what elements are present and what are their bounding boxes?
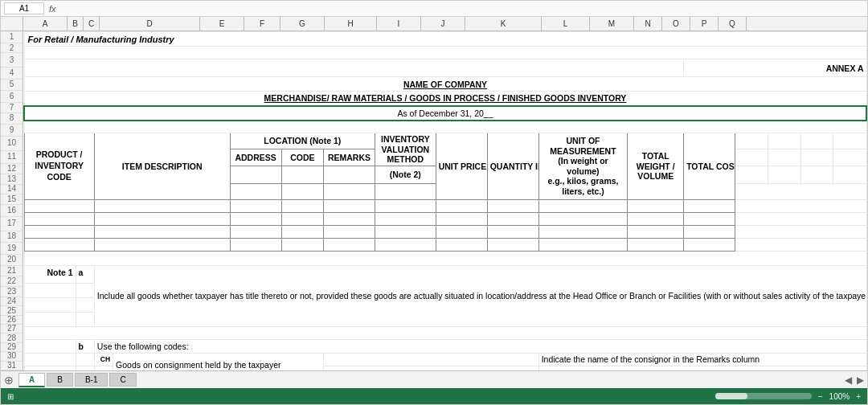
tc-r15[interactable] <box>684 238 735 251</box>
tc-r12[interactable] <box>684 199 735 212</box>
twv-r14[interactable] <box>628 225 684 238</box>
row-num-24[interactable]: 24 <box>1 297 23 306</box>
row-num-30[interactable]: 30 <box>1 352 23 361</box>
qty-r14[interactable] <box>487 225 538 238</box>
tc-r13[interactable] <box>684 212 735 225</box>
row-num-19[interactable]: 19 <box>1 243 23 255</box>
invval-r13[interactable] <box>375 212 436 225</box>
uom-r15[interactable] <box>538 238 628 251</box>
item-r13[interactable] <box>94 212 230 225</box>
tc-r14[interactable] <box>684 225 735 238</box>
uom-r13[interactable] <box>538 212 628 225</box>
tab-b[interactable]: B <box>47 373 73 387</box>
row-num-31[interactable]: 31 <box>1 362 23 370</box>
col-header-m[interactable]: M <box>590 17 634 31</box>
uom-r14[interactable] <box>538 225 628 238</box>
unitprice-r12[interactable] <box>436 199 487 212</box>
product-r13[interactable] <box>24 212 94 225</box>
product-r15[interactable] <box>24 238 94 251</box>
col-header-k[interactable]: K <box>465 17 542 31</box>
row-num-12[interactable]: 12 <box>1 164 23 174</box>
item-r12[interactable] <box>94 199 230 212</box>
col-header-a[interactable]: A <box>23 17 68 31</box>
col-header-d[interactable]: D <box>100 17 200 31</box>
row-num-10[interactable]: 10 <box>1 137 23 151</box>
row-num-21[interactable]: 21 <box>1 266 23 276</box>
col-header-e[interactable]: E <box>200 17 244 31</box>
row-num-4[interactable]: 4 <box>1 68 23 80</box>
rmk-r14[interactable] <box>323 225 375 238</box>
twv-r12[interactable] <box>628 199 684 212</box>
zoom-out-icon[interactable]: − <box>818 392 823 401</box>
addr-r13[interactable] <box>230 212 281 225</box>
qty-r15[interactable] <box>487 238 538 251</box>
row-num-5[interactable]: 5 <box>1 80 23 92</box>
row-num-23[interactable]: 23 <box>1 287 23 297</box>
col-header-o[interactable]: O <box>662 17 690 31</box>
row-num-22[interactable]: 22 <box>1 276 23 287</box>
row-num-1[interactable]: 1 <box>1 31 23 43</box>
row-num-8[interactable]: 8 <box>1 113 23 125</box>
row-num-20[interactable]: 20 <box>1 255 23 267</box>
add-sheet-icon[interactable]: ⊕ <box>4 374 14 387</box>
rmk-r13[interactable] <box>323 212 375 225</box>
invval-r14[interactable] <box>375 225 436 238</box>
invval-r12[interactable] <box>375 199 436 212</box>
rmk-r15[interactable] <box>323 238 375 251</box>
row-num-13[interactable]: 13 <box>1 174 23 185</box>
tab-c[interactable]: C <box>109 373 136 387</box>
code-r14[interactable] <box>281 225 323 238</box>
row-num-14[interactable]: 14 <box>1 185 23 195</box>
row-num-16[interactable]: 16 <box>1 205 23 217</box>
uom-r12[interactable] <box>538 199 628 212</box>
qty-r13[interactable] <box>487 212 538 225</box>
zoom-in-icon[interactable]: + <box>856 392 861 401</box>
scroll-right-icon[interactable]: ▶ <box>857 374 864 386</box>
code-r15[interactable] <box>281 238 323 251</box>
scroll-bar[interactable] <box>715 393 812 399</box>
code-r12[interactable] <box>281 199 323 212</box>
unitprice-r14[interactable] <box>436 225 487 238</box>
col-header-n[interactable]: N <box>634 17 662 31</box>
unitprice-r15[interactable] <box>436 238 487 251</box>
tab-b1[interactable]: B-1 <box>75 373 108 387</box>
col-header-b[interactable]: B <box>68 17 84 31</box>
tab-a[interactable]: A <box>18 373 45 387</box>
row-num-11[interactable]: 11 <box>1 151 23 164</box>
col-header-l[interactable]: L <box>542 17 590 31</box>
row-num-9[interactable]: 9 <box>1 125 23 137</box>
row-num-18[interactable]: 18 <box>1 231 23 243</box>
addr-r12[interactable] <box>230 199 281 212</box>
scroll-left-icon[interactable]: ◀ <box>845 374 852 386</box>
rmk-r12[interactable] <box>323 199 375 212</box>
col-header-j[interactable]: J <box>421 17 465 31</box>
row-num-2[interactable]: 2 <box>1 43 23 54</box>
item-r14[interactable] <box>94 225 230 238</box>
code-r13[interactable] <box>281 212 323 225</box>
twv-r15[interactable] <box>628 238 684 251</box>
qty-r12[interactable] <box>487 199 538 212</box>
asof-cell[interactable]: As of December 31, 20__ <box>24 106 866 121</box>
row-num-6[interactable]: 6 <box>1 91 23 103</box>
product-r12[interactable] <box>24 199 94 212</box>
product-r14[interactable] <box>24 225 94 238</box>
addr-r15[interactable] <box>230 238 281 251</box>
item-r15[interactable] <box>94 238 230 251</box>
col-header-i[interactable]: I <box>377 17 421 31</box>
col-header-p[interactable]: P <box>690 17 719 31</box>
cell-reference[interactable] <box>4 2 44 14</box>
row-num-27[interactable]: 27 <box>1 325 23 333</box>
col-header-h[interactable]: H <box>325 17 377 31</box>
col-header-f[interactable]: F <box>244 17 280 31</box>
row-num-17[interactable]: 17 <box>1 217 23 231</box>
row-num-7[interactable]: 7 <box>1 103 23 113</box>
col-header-g[interactable]: G <box>280 17 325 31</box>
invval-r15[interactable] <box>375 238 436 251</box>
addr-r14[interactable] <box>230 225 281 238</box>
col-header-c[interactable]: C <box>84 17 100 31</box>
twv-r13[interactable] <box>628 212 684 225</box>
col-header-q[interactable]: Q <box>719 17 747 31</box>
row-num-3[interactable]: 3 <box>1 53 23 68</box>
unitprice-r13[interactable] <box>436 212 487 225</box>
row-num-15[interactable]: 15 <box>1 194 23 205</box>
